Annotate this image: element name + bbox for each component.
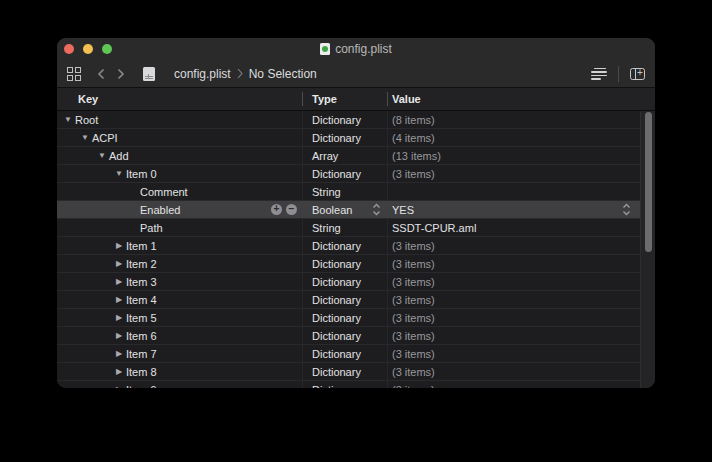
table-row[interactable]: ▶ Item 6 Dictionary (3 items) — [57, 327, 655, 345]
breadcrumb-file[interactable]: config.plist — [174, 67, 231, 81]
value-cell: (3 items) — [387, 309, 655, 326]
table-row[interactable]: ▶ Item 2 Dictionary (3 items) — [57, 255, 655, 273]
table-row[interactable]: ▶ Item 5 Dictionary (3 items) — [57, 309, 655, 327]
type-cell: Dictionary — [302, 345, 387, 362]
value-label: (3 items) — [392, 168, 435, 180]
key-cell: ▶ Item 5 — [57, 309, 302, 326]
window-controls — [64, 44, 112, 54]
disclosure-triangle-icon[interactable]: ▼ — [63, 115, 73, 124]
zoom-window-button[interactable] — [102, 44, 112, 54]
disclosure-triangle-icon[interactable]: ▶ — [114, 277, 124, 286]
plist-file-icon — [320, 43, 330, 55]
key-label: Item 5 — [126, 312, 157, 324]
value-label: SSDT-CPUR.aml — [392, 222, 476, 234]
key-cell: ▶ Item 3 — [57, 273, 302, 290]
disclosure-triangle-icon[interactable]: ▼ — [97, 151, 107, 160]
key-label: Enabled — [140, 204, 180, 216]
disclosure-triangle-icon[interactable]: ▼ — [80, 133, 90, 142]
column-header-type[interactable]: Type — [302, 93, 387, 105]
table-row[interactable]: ▶ Item 1 Dictionary (3 items) — [57, 237, 655, 255]
disclosure-triangle-icon[interactable]: ▶ — [114, 313, 124, 322]
column-header-value[interactable]: Value — [387, 93, 655, 105]
table-row[interactable]: Path String SSDT-CPUR.aml — [57, 219, 655, 237]
disclosure-triangle-icon[interactable]: ▶ — [114, 295, 124, 304]
related-items-icon[interactable] — [67, 67, 81, 81]
value-cell: (3 items) — [387, 273, 655, 290]
table-row[interactable]: ▼ Item 0 Dictionary (3 items) — [57, 165, 655, 183]
type-cell: Boolean — [302, 201, 387, 218]
key-label: Item 7 — [126, 348, 157, 360]
back-chevron-icon[interactable] — [97, 68, 105, 80]
add-editor-icon[interactable] — [630, 68, 645, 80]
column-header-key[interactable]: Key — [57, 93, 302, 105]
column-resize-handle[interactable] — [387, 92, 388, 106]
table-header: Key Type Value — [57, 88, 655, 111]
breadcrumb-file-icon[interactable] — [143, 67, 155, 81]
table-row[interactable]: ▼ ACPI Dictionary (4 items) — [57, 129, 655, 147]
minimize-window-button[interactable] — [83, 44, 93, 54]
scrollbar-track[interactable] — [640, 111, 655, 388]
title-bar[interactable]: config.plist — [57, 38, 655, 60]
type-cell: Dictionary — [302, 309, 387, 326]
close-window-button[interactable] — [64, 44, 74, 54]
remove-row-button[interactable]: − — [286, 204, 297, 215]
type-label: Dictionary — [312, 276, 361, 288]
forward-chevron-icon[interactable] — [117, 68, 125, 80]
key-label: Path — [140, 222, 163, 234]
key-cell: ▶ Item 4 — [57, 291, 302, 308]
disclosure-triangle-icon[interactable]: ▶ — [114, 241, 124, 250]
key-label: Item 6 — [126, 330, 157, 342]
type-label: String — [312, 186, 341, 198]
breadcrumb-selection[interactable]: No Selection — [249, 67, 317, 81]
table-row[interactable]: Enabled + − Boolean YES — [57, 201, 655, 219]
type-cell: Dictionary — [302, 255, 387, 272]
disclosure-triangle-icon[interactable]: ▶ — [114, 367, 124, 376]
type-label: Dictionary — [312, 168, 361, 180]
disclosure-triangle-icon[interactable]: ▶ — [114, 385, 124, 388]
disclosure-triangle-icon[interactable]: ▶ — [114, 349, 124, 358]
table-row[interactable]: ▼ Add Array (13 items) — [57, 147, 655, 165]
type-cell: Dictionary — [302, 111, 387, 128]
table-row[interactable]: ▶ Item 3 Dictionary (3 items) — [57, 273, 655, 291]
toolbar-divider — [618, 66, 619, 82]
type-cell: Dictionary — [302, 327, 387, 344]
value-cell: (4 items) — [387, 129, 655, 146]
type-label: Dictionary — [312, 258, 361, 270]
table-row[interactable]: ▶ Item 9 Dictionary (3 items) — [57, 381, 655, 388]
key-label: Item 3 — [126, 276, 157, 288]
key-cell: ▼ Add — [57, 147, 302, 164]
type-label: String — [312, 222, 341, 234]
table-row[interactable]: ▶ Item 7 Dictionary (3 items) — [57, 345, 655, 363]
table-row[interactable]: ▶ Item 8 Dictionary (3 items) — [57, 363, 655, 381]
type-cell: String — [302, 219, 387, 236]
scrollbar-thumb[interactable] — [645, 112, 652, 252]
type-cell: Dictionary — [302, 381, 387, 388]
window-title: config.plist — [335, 42, 392, 56]
add-row-button[interactable]: + — [271, 204, 282, 215]
type-stepper-icon[interactable] — [372, 203, 381, 216]
editor-options-icon[interactable] — [591, 68, 607, 80]
value-cell: (3 items) — [387, 255, 655, 272]
value-stepper-icon[interactable] — [622, 203, 631, 216]
disclosure-triangle-icon[interactable]: ▶ — [114, 331, 124, 340]
table-row[interactable]: ▼ Root Dictionary (8 items) — [57, 111, 655, 129]
value-label: (3 items) — [392, 312, 435, 324]
key-label: Add — [109, 150, 129, 162]
disclosure-triangle-icon[interactable]: ▶ — [114, 259, 124, 268]
key-cell: ▼ Root — [57, 111, 302, 128]
table-row[interactable]: ▶ Item 4 Dictionary (3 items) — [57, 291, 655, 309]
value-cell: (3 items) — [387, 327, 655, 344]
disclosure-triangle-icon[interactable]: ▼ — [114, 169, 124, 178]
type-label: Dictionary — [312, 312, 361, 324]
type-label: Boolean — [312, 204, 352, 216]
key-label: Item 0 — [126, 168, 157, 180]
value-cell: (3 items) — [387, 345, 655, 362]
value-cell: (8 items) — [387, 111, 655, 128]
type-cell: Dictionary — [302, 291, 387, 308]
column-resize-handle[interactable] — [302, 92, 303, 106]
key-cell: Comment — [57, 183, 302, 200]
value-label: (8 items) — [392, 114, 435, 126]
type-label: Array — [312, 150, 338, 162]
value-label: (3 items) — [392, 366, 435, 378]
table-row[interactable]: Comment String — [57, 183, 655, 201]
